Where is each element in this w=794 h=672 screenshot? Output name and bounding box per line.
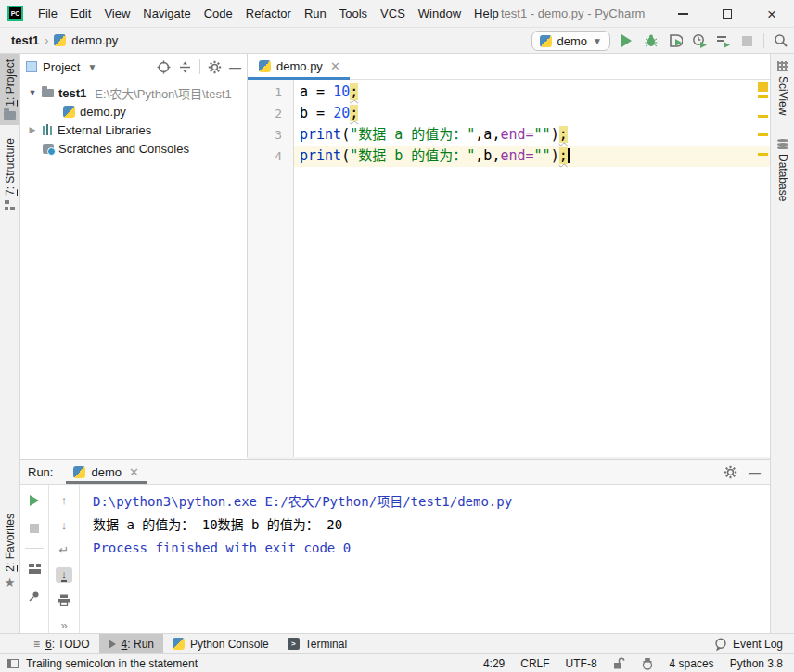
tree-row-root[interactable]: ▼ test1 E:\农大\Python\项目\test1 — [20, 83, 247, 102]
warning-stripe-mark[interactable] — [758, 115, 768, 118]
run-with-coverage-button[interactable] — [667, 33, 683, 49]
concurrency-diagram-button[interactable] — [715, 33, 731, 49]
status-message[interactable]: Trailing semicolon in the statement — [26, 657, 198, 670]
editor-gutter: 1 2 3 4 — [248, 80, 294, 457]
menu-help[interactable]: Help — [467, 4, 506, 23]
console-exit-line: Process finished with exit code 0 — [93, 537, 770, 560]
settings-gear-button[interactable] — [724, 465, 737, 479]
expanded-arrow-icon[interactable]: ▼ — [28, 88, 37, 97]
console-command-line: D:\python3\python.exe E:/农大/Python/项目/te… — [93, 490, 770, 514]
file-encoding[interactable]: UTF-8 — [566, 657, 597, 670]
run-button[interactable] — [619, 33, 634, 49]
maximize-button[interactable] — [705, 0, 749, 28]
warning-stripe-mark[interactable] — [758, 95, 768, 98]
up-stack-trace-button[interactable]: ↑ — [56, 492, 72, 508]
concurrency-icon — [716, 33, 731, 48]
locate-file-button[interactable] — [157, 60, 171, 74]
todo-list-icon: ≡ — [33, 638, 40, 651]
run-configuration-select[interactable]: demo ▼ — [531, 31, 610, 51]
event-log-button[interactable]: Event Log — [714, 634, 794, 653]
toolwindow-icon[interactable] — [7, 659, 19, 668]
project-view-selector[interactable]: Project — [43, 60, 80, 74]
minimize-button[interactable] — [660, 0, 705, 28]
menu-refactor[interactable]: Refactor — [239, 4, 298, 23]
menu-edit[interactable]: Edit — [64, 4, 97, 23]
menu-file[interactable]: File — [32, 4, 64, 23]
print-button[interactable] — [56, 592, 72, 608]
tool-tab-todo[interactable]: ≡ 6: TODO — [24, 634, 99, 653]
menu-run[interactable]: Run — [298, 4, 333, 23]
scroll-to-end-button[interactable]: ↓ — [56, 567, 72, 583]
profiler-button[interactable] — [691, 33, 707, 49]
tool-button-project[interactable]: 1: Project — [0, 54, 19, 125]
code-area[interactable]: a = 10; b = 20; print("数据 a 的值为：",a,end=… — [294, 80, 757, 167]
stop-button[interactable] — [26, 520, 43, 537]
pin-tab-button[interactable] — [26, 588, 43, 604]
settings-gear-button[interactable] — [208, 60, 222, 74]
scroll-end-icon: ↓ — [61, 568, 68, 582]
editor-tab-demo[interactable]: demo.py ✕ — [248, 54, 350, 79]
tool-button-sciview[interactable]: SciView — [771, 56, 794, 120]
menu-tools[interactable]: Tools — [333, 4, 374, 23]
close-tab-icon[interactable]: ✕ — [330, 59, 340, 73]
breadcrumb-project[interactable]: test1 — [11, 33, 39, 47]
tool-button-favorites[interactable]: 2: Favorites ★ — [0, 508, 19, 594]
stop-button[interactable] — [739, 33, 755, 49]
indent-setting[interactable]: 4 spaces — [670, 657, 714, 670]
menu-navigate[interactable]: Navigate — [136, 4, 197, 23]
softwrap-button[interactable]: ↵ — [56, 542, 72, 558]
collapsed-arrow-icon[interactable]: ▶ — [28, 125, 37, 134]
project-header: Project ▼ — [20, 54, 247, 80]
hector-inspector-icon[interactable] — [641, 657, 654, 670]
lock-icon[interactable] — [613, 657, 625, 670]
restore-layout-icon — [29, 564, 41, 574]
warning-stripe-mark[interactable] — [758, 153, 768, 156]
tool-tab-terminal[interactable]: > Terminal — [278, 634, 356, 653]
hide-tool-window-button[interactable]: — — [749, 465, 761, 479]
debug-button[interactable] — [643, 33, 659, 49]
tree-path: E:\农大\Python\项目\test1 — [95, 84, 231, 102]
run-console[interactable]: D:\python3\python.exe E:/农大/Python/项目/te… — [80, 485, 770, 633]
inspections-indicator[interactable] — [758, 82, 768, 92]
python-icon — [540, 35, 552, 47]
hide-tool-window-button[interactable]: — — [229, 60, 241, 74]
minimize-icon — [678, 13, 688, 15]
python-interpreter[interactable]: Python 3.8 — [730, 657, 783, 670]
run-tool-window: Run: demo ✕ — — [20, 459, 770, 633]
run-icon — [621, 34, 632, 47]
tree-label: test1 — [58, 86, 86, 100]
close-icon: × — [767, 6, 776, 22]
breadcrumb-file[interactable]: demo.py — [71, 33, 118, 47]
star-icon: ★ — [5, 577, 16, 589]
tool-button-database[interactable]: Database — [771, 133, 794, 207]
tool-tab-python-console[interactable]: Python Console — [163, 634, 278, 653]
menu-vcs[interactable]: VCS — [374, 4, 412, 23]
rerun-button[interactable] — [26, 492, 43, 509]
line-separator[interactable]: CRLF — [520, 657, 549, 670]
collapse-all-button[interactable] — [178, 60, 192, 74]
debug-bug-icon — [644, 33, 659, 48]
tree-row-scratches[interactable]: Scratches and Consoles — [20, 139, 247, 158]
breadcrumb: test1 › demo.py — [11, 28, 118, 53]
error-stripe[interactable] — [757, 80, 770, 457]
caret-position[interactable]: 4:29 — [483, 657, 505, 670]
python-icon — [73, 466, 85, 478]
tree-row-external-libraries[interactable]: ▶ External Libraries — [20, 120, 247, 139]
close-button[interactable]: × — [749, 0, 794, 28]
tool-button-structure[interactable]: 7: Structure — [0, 133, 19, 216]
down-stack-trace-button[interactable]: ↓ — [56, 517, 72, 533]
menu-window[interactable]: Window — [412, 4, 467, 23]
tree-row-file[interactable]: demo.py — [20, 102, 247, 120]
warning-stripe-mark[interactable] — [758, 133, 768, 136]
editor-content[interactable]: 1 2 3 4 a = 10; b = 20; print("数据 a 的值为：… — [248, 80, 770, 457]
close-tab-icon[interactable]: ✕ — [129, 465, 139, 479]
toolbar-divider — [199, 59, 200, 74]
menu-code[interactable]: Code — [198, 4, 239, 23]
restore-layout-button[interactable] — [26, 560, 43, 577]
run-tab-demo[interactable]: demo ✕ — [66, 460, 146, 484]
menu-view[interactable]: View — [97, 4, 136, 23]
more-options-button[interactable]: » — [56, 617, 72, 633]
tool-tab-run[interactable]: 4: Run — [99, 634, 163, 653]
search-everywhere-button[interactable] — [773, 33, 788, 49]
title-bar: PC File Edit View Navigate Code Refactor… — [0, 0, 794, 28]
